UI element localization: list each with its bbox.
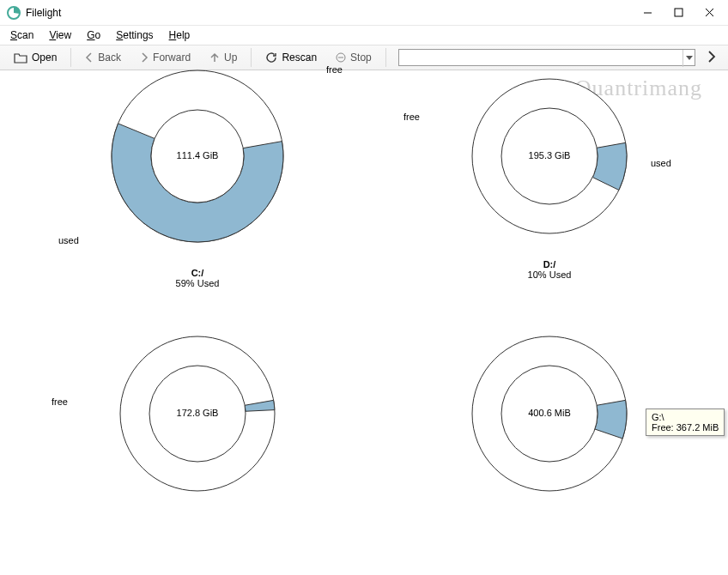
content-area: Quantrimang 111.4 GiB freeusedC:/59% Use…: [0, 70, 728, 575]
menu-go[interactable]: Go: [87, 29, 100, 41]
svg-text:172.8 GiB: 172.8 GiB: [177, 408, 219, 418]
disk-chart-c[interactable]: 111.4 GiB freeused: [86, 62, 309, 251]
chevron-right-icon: [707, 51, 716, 63]
disk-chart-e[interactable]: 172.8 GiB free: [86, 319, 309, 508]
stop-icon: [336, 52, 346, 63]
free-label: free: [403, 112, 420, 122]
menubar: Scan View Go Settings Help: [0, 26, 728, 45]
title-bar: Filelight: [0, 0, 728, 26]
free-label: free: [326, 64, 343, 75]
disk-caption-c: C:/59% Used: [146, 268, 249, 288]
svg-text:111.4 GiB: 111.4 GiB: [177, 150, 219, 160]
menu-settings[interactable]: Settings: [116, 29, 153, 41]
menu-help[interactable]: Help: [169, 29, 191, 41]
open-button-label: Open: [32, 51, 57, 64]
disk-caption-d: D:/10% Used: [498, 259, 601, 280]
folder-open-icon: [14, 51, 27, 64]
disk-chart-g[interactable]: 400.6 MiB: [438, 319, 661, 508]
tooltip: G:\ Free: 367.2 MiB: [646, 409, 725, 436]
window-controls: [642, 8, 721, 18]
used-label: used: [58, 235, 79, 245]
go-button[interactable]: [704, 51, 719, 65]
used-label: used: [651, 158, 671, 168]
maximize-button[interactable]: [673, 8, 683, 18]
close-button[interactable]: [704, 8, 714, 18]
stop-button[interactable]: Stop: [331, 49, 377, 66]
separator: [385, 48, 386, 67]
open-button[interactable]: Open: [9, 49, 62, 66]
menu-view[interactable]: View: [49, 29, 71, 41]
tooltip-title: G:\: [652, 412, 664, 422]
address-dropdown-icon[interactable]: [682, 50, 695, 67]
disk-chart-d[interactable]: 195.3 GiB freeused: [438, 62, 661, 251]
svg-rect-2: [675, 9, 682, 16]
free-label: free: [52, 396, 68, 407]
svg-text:195.3 GiB: 195.3 GiB: [529, 150, 571, 160]
svg-text:400.6 MiB: 400.6 MiB: [528, 408, 571, 418]
tooltip-value: Free: 367.2 MiB: [652, 422, 719, 433]
window-title: Filelight: [26, 7, 61, 19]
stop-button-label: Stop: [350, 51, 372, 64]
separator: [70, 48, 71, 67]
menu-scan[interactable]: Scan: [10, 29, 33, 41]
app-icon: [7, 6, 21, 20]
minimize-button[interactable]: [642, 8, 652, 18]
